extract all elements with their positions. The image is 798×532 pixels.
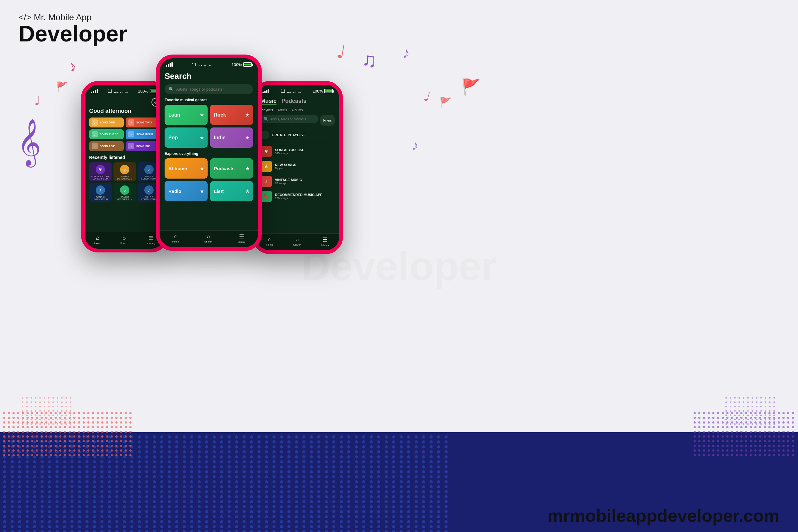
- genre-indie-label: Indie: [214, 135, 225, 140]
- lib-search-bar[interactable]: 🔍: [261, 115, 318, 123]
- nav-search-center[interactable]: ⌕ Search: [205, 233, 212, 243]
- bottom-nav-left: ⌂ Home ⌕ Search ☰ Library: [85, 232, 165, 249]
- playlist-name-4: RECOMMENDED MUSIC APP: [275, 193, 322, 197]
- search-screen-title: Search: [165, 71, 253, 81]
- treble-clef-left: 𝄞: [17, 118, 41, 166]
- music-note-1: ♩: [335, 40, 347, 63]
- search-icon-row: ⊙: [89, 98, 160, 107]
- song-label-1: SONG ONE: [100, 121, 115, 124]
- playlist-sub-2: By you: [275, 167, 296, 170]
- library-icon-left: ☰: [149, 235, 154, 242]
- song-tile-4[interactable]: ♪ SONG FOUR: [126, 129, 160, 139]
- song-label-5: SONG FIVE: [100, 145, 115, 148]
- music-note-6: ♩: [422, 88, 432, 105]
- lib-subtab-artists[interactable]: Artists: [278, 108, 287, 112]
- playlist-icon-4: 🔖: [261, 191, 272, 202]
- nav-search-right[interactable]: ⌕ Search: [293, 236, 301, 247]
- flag-left-2: 🚩: [56, 81, 68, 92]
- explore-podcasts-label: Podcasts: [214, 166, 235, 171]
- left-screen-content: ⊙ Good afternoon ♪ SONG ONE ♪ SONG TWO ♪…: [85, 95, 165, 204]
- signal-right: [263, 89, 269, 93]
- filters-button[interactable]: Filters: [320, 115, 335, 126]
- explore-radio-star: ★: [200, 189, 204, 194]
- search-input-center[interactable]: [176, 87, 249, 92]
- search-magnifier-center: 🔍: [168, 87, 174, 92]
- song-tile-3[interactable]: ♪ SONG THREE: [89, 129, 124, 139]
- playlist-sub-3: 67 songs: [275, 182, 302, 185]
- genre-grid: Latin ★ Rock ★ Pop ★ Indie ★: [165, 105, 253, 148]
- recent-label-2: SONG ALOREM IPSUM: [117, 175, 132, 180]
- phone-right: 11:11 a.m. 100% Music Podcasts Playlists…: [252, 81, 343, 254]
- song-tile-5[interactable]: ♪ SONG FIVE: [89, 141, 124, 151]
- recent-icon-3: ♪: [144, 165, 154, 174]
- song-tile-1[interactable]: ♪ SONG ONE: [89, 117, 124, 128]
- nav-search-left[interactable]: ⌕ Search: [120, 235, 128, 245]
- explore-podcasts-star: ★: [245, 166, 249, 171]
- signal-left: [91, 89, 98, 93]
- explore-at-home-star: ★: [200, 166, 204, 171]
- genre-indie[interactable]: Indie ★: [210, 128, 253, 148]
- song-icon-1: ♪: [92, 119, 98, 126]
- explore-radio[interactable]: Radio ★: [165, 181, 208, 201]
- genre-latin-label: Latin: [168, 112, 180, 118]
- lib-tabs: Music Podcasts: [261, 98, 335, 105]
- library-icon-center: ☰: [239, 233, 244, 240]
- explore-listt[interactable]: Listt ★: [210, 181, 253, 201]
- inner-dot-left: [22, 397, 73, 426]
- playlist-item-3[interactable]: ♪ VINTAGE MUSIC 67 songs: [261, 174, 335, 189]
- plus-icon: +: [261, 131, 269, 139]
- genre-indie-star: ★: [245, 135, 249, 140]
- playlist-item-1[interactable]: ♥ SONGS YOU LIKE 345 songs: [261, 144, 335, 159]
- recent-tile-5[interactable]: ♪ SONG DLOREM IPSUM: [113, 183, 136, 202]
- song-label-6: SONG SIX: [136, 145, 150, 148]
- search-magnifier-right: 🔍: [264, 117, 268, 121]
- explore-listt-label: Listt: [214, 189, 224, 194]
- genre-latin[interactable]: Latin ★: [165, 105, 208, 125]
- nav-library-right[interactable]: ☰ Library: [321, 236, 329, 247]
- flag-left-1: 🚩: [439, 97, 452, 109]
- recent-tile-2[interactable]: ♪ SONG ALOREM IPSUM: [113, 163, 136, 181]
- recent-label-1: SONGS YOU LIKELOREM IPSUM: [91, 175, 109, 180]
- song-grid: ♪ SONG ONE ♪ SONG TWO ♪ SONG THREE ♪ SON…: [89, 117, 160, 151]
- recent-tile-4[interactable]: ♪ SONG CLOREM IPSUM: [89, 183, 112, 202]
- genre-rock[interactable]: Rock ★: [210, 105, 253, 125]
- battery-center: 100%: [232, 62, 252, 67]
- recent-tile-1[interactable]: ♥ SONGS YOU LIKELOREM IPSUM: [89, 163, 112, 181]
- nav-home-right[interactable]: ⌂ Home: [266, 236, 273, 247]
- search-icon-right-nav: ⌕: [296, 236, 299, 243]
- lib-subtab-playlists[interactable]: Playlists: [261, 108, 273, 112]
- explore-at-home[interactable]: At home ★: [165, 158, 208, 178]
- explore-title: Explore everything: [165, 151, 253, 156]
- search-icon-center-nav: ⌕: [207, 233, 210, 240]
- notch-center: [195, 58, 223, 65]
- song-tile-2[interactable]: ♪ SONG TWO: [126, 117, 160, 128]
- lib-search-input[interactable]: [270, 117, 315, 121]
- create-playlist-row[interactable]: + CREATE PLAYLIST: [261, 128, 335, 142]
- nav-home-center[interactable]: ⌂ Home: [172, 233, 179, 243]
- nav-home-label-right: Home: [266, 243, 273, 246]
- song-label-4: SONG FOUR: [136, 133, 153, 136]
- flag-right-1: 🚩: [461, 78, 481, 96]
- song-tile-6[interactable]: ♪ SONG SIX: [126, 141, 160, 151]
- playlist-item-4[interactable]: 🔖 RECOMMENDED MUSIC APP 126 songs: [261, 189, 335, 204]
- nav-library-center[interactable]: ☰ Library: [238, 233, 245, 243]
- nav-home-left[interactable]: ⌂ Home: [94, 235, 101, 245]
- genre-latin-star: ★: [200, 113, 204, 117]
- nav-library-left[interactable]: ☰ Library: [148, 235, 155, 245]
- recent-label-6: SONG ELOREM IPSUM: [141, 196, 156, 201]
- lib-subtab-albums[interactable]: Albums: [291, 108, 303, 112]
- music-note-4: ♫: [362, 48, 377, 72]
- genre-pop[interactable]: Pop ★: [165, 128, 208, 148]
- recent-label-3: SONG BLOREM IPSUM: [141, 175, 156, 180]
- lib-subtabs: Playlists Artists Albums: [261, 108, 335, 112]
- genre-rock-label: Rock: [214, 112, 226, 118]
- song-label-2: SONG TWO: [136, 121, 152, 124]
- playlist-item-2[interactable]: ★ NEW SONGS By you: [261, 159, 335, 174]
- nav-library-label-right: Library: [321, 244, 329, 247]
- recent-label-5: SONG DLOREM IPSUM: [117, 196, 132, 201]
- explore-podcasts[interactable]: Podcasts ★: [210, 158, 253, 178]
- phone-center: 11:11 a.m. 100% Search 🔍 Favorite musica…: [156, 55, 262, 251]
- search-bar-center[interactable]: 🔍: [165, 84, 253, 94]
- lib-tab-music[interactable]: Music: [261, 98, 277, 105]
- lib-tab-podcasts[interactable]: Podcasts: [282, 98, 306, 105]
